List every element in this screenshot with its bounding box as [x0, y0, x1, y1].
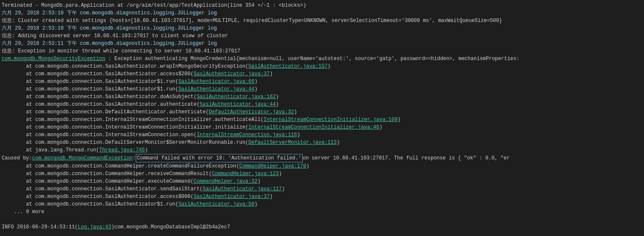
dsm-link-113[interactable]: DefaultServerMonitor.java:113: [248, 140, 337, 145]
sasl-link-44a[interactable]: SaslAuthenticator.java:44: [178, 86, 255, 92]
iscii-link-46[interactable]: InternalStreamConnectionInitializer.java…: [248, 124, 379, 130]
caused-by-line: Caused by: com.mongodb.MongoCommandExcep…: [0, 154, 644, 162]
isc-link-116[interactable]: InternalStreamConnection.java:116: [197, 132, 297, 138]
log-line-4: 信息: Adding discovered server 10.60.41.10…: [0, 32, 644, 40]
stack-line-14: at com.mongodb.connection.CommandHelper.…: [0, 170, 644, 178]
log-line-2: 信息: Cluster created with settings {hosts…: [0, 17, 644, 25]
iscii-link-109[interactable]: InternalStreamConnectionInitializer.java…: [263, 117, 397, 123]
timestamp-1: 六月 29, 2018 2:53:10 下午 com.mongodb.diagn…: [2, 10, 217, 16]
ch-link-170[interactable]: CommandHelper.java:170: [239, 163, 306, 169]
console-output: Terminated - MongoDb.para.Application at…: [0, 0, 644, 236]
thread-link-745[interactable]: Thread.java:745: [99, 147, 145, 153]
stack-line-6: at com.mongodb.connection.SaslAuthentica…: [0, 101, 644, 108]
stack-line-9: at com.mongodb.connection.InternalStream…: [0, 123, 644, 131]
log-line-5: 六月 29, 2018 2:53:11 下午 com.mongodb.diagn…: [0, 40, 644, 47]
blank-line: [0, 216, 644, 223]
sasl-link-66[interactable]: SaslAuthenticator.java:66: [178, 79, 255, 85]
stack-line-15: at com.mongodb.connection.CommandHelper.…: [0, 178, 644, 185]
caused-by-label: Caused by:: [2, 154, 32, 162]
ch-link-32[interactable]: CommandHelper.java:32: [194, 178, 258, 184]
stack-line-2: at com.mongodb.connection.SaslAuthentica…: [0, 70, 644, 78]
timestamp-2: 六月 29, 2018 2:53:10 下午 com.mongodb.diagn…: [2, 25, 217, 31]
stack-line-7: at com.mongodb.connection.DefaultAuthent…: [0, 108, 644, 116]
ch-link-123[interactable]: CommandHelper.java:123: [212, 171, 279, 177]
sasl-link-157[interactable]: SaslAuthenticator.java:157: [248, 63, 327, 69]
stack-line-4: at com.mongodb.connection.SaslAuthentica…: [0, 85, 644, 93]
sasl-link-117[interactable]: SaslAuthenticator.java:117: [203, 186, 282, 192]
info-rest: )com.mongodb.MongoDatabaseImpl@2b4a2ec7: [111, 224, 230, 230]
sasl-link-44b[interactable]: SaslAuthenticator.java:44: [200, 102, 276, 107]
timestamp-3: 六月 29, 2018 2:53:11 下午 com.mongodb.diagn…: [2, 41, 217, 47]
caused-by-rest: on server 10.60.41.103:27017. The full r…: [303, 154, 510, 162]
caused-by-colon: :: [133, 154, 136, 162]
stack-line-17: at com.mongodb.connection.SaslAuthentica…: [0, 193, 644, 200]
default-auth-link-32[interactable]: DefaultAuthenticator.java:32: [209, 109, 294, 115]
sasl-link-37a[interactable]: SaslAuthenticator.java:37: [194, 71, 270, 77]
stack-line-10: at com.mongodb.connection.InternalStream…: [0, 131, 644, 139]
exception-header-rest: : Exception authenticating MongoCredenti…: [108, 56, 519, 62]
stack-line-12: at java.lang.Thread.run(Thread.java:745): [0, 146, 644, 154]
stack-line-8: at com.mongodb.connection.InternalStream…: [0, 116, 644, 123]
stack-more-line: ... 9 more: [0, 208, 644, 216]
log-line-3: 六月 29, 2018 2:53:10 下午 com.mongodb.diagn…: [0, 25, 644, 32]
mongo-command-exception-link[interactable]: com.mongodb.MongoCommandException: [32, 154, 133, 162]
stack-line-18: at com.mongodb.connection.SaslAuthentica…: [0, 200, 644, 208]
log-line-6: 信息: Exception in monitor thread while co…: [0, 47, 644, 55]
info-label: INFO 2018-06-29-14:53:11(: [2, 224, 78, 230]
stack-line-1: at com.mongodb.connection.SaslAuthentica…: [0, 63, 644, 70]
error-highlight-box: Command failed with error 18: 'Authentic…: [136, 154, 303, 162]
truncated-header-line: Terminated - MongoDb.para.Application at…: [0, 2, 644, 9]
mongo-security-exception-link[interactable]: com.mongodb.MongoSecurityException: [2, 56, 105, 62]
stack-line-11: at com.mongodb.connection.DefaultServerM…: [0, 139, 644, 146]
bottom-info-line: INFO 2018-06-29-14:53:11(Log.java:43)com…: [0, 223, 644, 231]
sasl-link-50[interactable]: SaslAuthenticator.java:50: [178, 201, 255, 207]
stack-line-5: at com.mongodb.connection.SaslAuthentica…: [0, 93, 644, 101]
stack-line-13: at com.mongodb.connection.CommandHelper.…: [0, 162, 644, 170]
sasl-link-37b[interactable]: SaslAuthenticator.java:37: [194, 194, 270, 200]
stack-line-16: at com.mongodb.connection.SaslAuthentica…: [0, 185, 644, 193]
exception-header-line: com.mongodb.MongoSecurityException : Exc…: [0, 55, 644, 63]
stack-line-3: at com.mongodb.connection.SaslAuthentica…: [0, 78, 644, 85]
log-line-1: 六月 29, 2018 2:53:10 下午 com.mongodb.diagn…: [0, 9, 644, 17]
sasl-link-162[interactable]: SaslAuthenticator.java:162: [197, 94, 276, 100]
log-java-link[interactable]: Log.java:43: [78, 224, 111, 230]
